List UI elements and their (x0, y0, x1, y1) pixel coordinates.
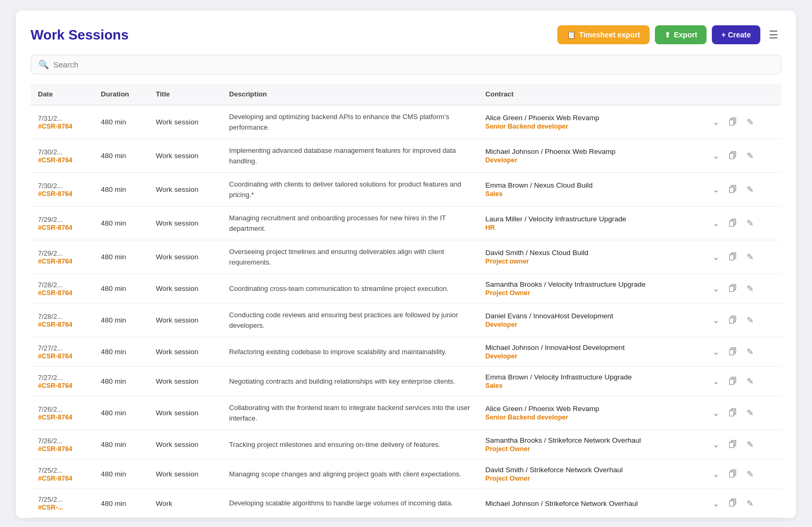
cell-date: 7/29/2... #CSR-8764 (31, 207, 93, 240)
expand-button[interactable]: ⌄ (709, 115, 722, 129)
date-id-link[interactable]: #CSR-8764 (38, 123, 72, 130)
date-id-link[interactable]: #CSR-8764 (38, 289, 72, 297)
copy-button[interactable]: 🗍 (726, 217, 740, 230)
cell-description: Conducting code reviews and ensuring bes… (222, 304, 478, 337)
col-actions (702, 84, 781, 105)
contract-name: Samantha Brooks / Velocity Infrastructur… (486, 280, 694, 288)
date-id-link[interactable]: #CSR-8764 (38, 414, 72, 421)
col-contract: Contract (478, 84, 702, 105)
date-text: 7/30/2... (38, 148, 86, 156)
copy-button[interactable]: 🗍 (726, 250, 740, 264)
cell-title: Work session (149, 460, 222, 489)
edit-button[interactable]: ✎ (743, 374, 757, 388)
edit-button[interactable]: ✎ (743, 496, 757, 511)
date-id-link[interactable]: #CSR-... (38, 504, 63, 511)
expand-button[interactable]: ⌄ (709, 281, 722, 296)
cell-actions: ⌄ 🗍 ✎ (702, 396, 781, 430)
date-id-link[interactable]: #CSR-8764 (38, 475, 72, 482)
contract-name: David Smith / Strikeforce Network Overha… (486, 466, 694, 474)
cell-date: 7/30/2... #CSR-8764 (31, 139, 93, 173)
page-title: Work Sessions (31, 27, 129, 43)
expand-button[interactable]: ⌄ (709, 467, 722, 481)
expand-button[interactable]: ⌄ (709, 250, 722, 264)
expand-button[interactable]: ⌄ (709, 406, 722, 420)
copy-button[interactable]: 🗍 (726, 183, 740, 197)
date-id-link[interactable]: #CSR-8764 (38, 445, 72, 453)
expand-button[interactable]: ⌄ (709, 313, 722, 327)
table-row: 7/31/2... #CSR-8764 480 min Work session… (31, 105, 781, 139)
edit-button[interactable]: ✎ (743, 250, 757, 264)
date-id-link[interactable]: #CSR-8764 (38, 157, 72, 164)
cell-contract: Laura Miller / Velocity Infrastructure U… (478, 207, 702, 240)
contract-role: Project Owner (486, 289, 694, 297)
edit-button[interactable]: ✎ (743, 406, 757, 420)
copy-button[interactable]: 🗍 (726, 282, 740, 296)
date-id-link[interactable]: #CSR-8764 (38, 382, 72, 389)
cell-actions: ⌄ 🗍 ✎ (702, 105, 781, 139)
cell-title: Work session (149, 207, 222, 240)
expand-button[interactable]: ⌄ (709, 182, 722, 197)
copy-button[interactable]: 🗍 (726, 115, 740, 129)
col-description: Description (222, 84, 478, 105)
date-id-link[interactable]: #CSR-8764 (38, 321, 72, 328)
table-row: 7/25/2... #CSR-8764 480 min Work session… (31, 460, 781, 489)
table-row: 7/30/2... #CSR-8764 480 min Work session… (31, 139, 781, 173)
cell-actions: ⌄ 🗍 ✎ (702, 489, 781, 518)
contract-role: Sales (486, 190, 694, 198)
copy-button[interactable]: 🗍 (726, 314, 740, 327)
table-row: 7/27/2... #CSR-8764 480 min Work session… (31, 337, 781, 367)
cell-actions: ⌄ 🗍 ✎ (702, 240, 781, 274)
edit-button[interactable]: ✎ (743, 149, 757, 163)
cell-duration: 480 min (93, 105, 148, 139)
export-button[interactable]: ⬆ Export (655, 25, 707, 44)
edit-button[interactable]: ✎ (743, 437, 757, 452)
expand-button[interactable]: ⌄ (709, 437, 722, 452)
copy-button[interactable]: 🗍 (726, 496, 740, 510)
cell-actions: ⌄ 🗍 ✎ (702, 430, 781, 460)
cell-title: Work session (149, 396, 222, 430)
edit-button[interactable]: ✎ (743, 115, 757, 129)
timesheet-export-button[interactable]: 📋 Timesheet export (557, 25, 650, 44)
cell-date: 7/26/2... #CSR-8764 (31, 430, 93, 460)
copy-button[interactable]: 🗍 (726, 438, 740, 452)
create-button[interactable]: + Create (712, 25, 760, 44)
expand-button[interactable]: ⌄ (709, 496, 722, 511)
table-header: Date Duration Title Description Contract (31, 84, 781, 105)
filter-button[interactable]: ☰ (766, 25, 781, 44)
search-input[interactable] (53, 60, 774, 69)
date-id-link[interactable]: #CSR-8764 (38, 258, 72, 265)
date-id-link[interactable]: #CSR-8764 (38, 224, 72, 231)
expand-button[interactable]: ⌄ (709, 374, 722, 388)
date-id-link[interactable]: #CSR-8764 (38, 190, 72, 198)
expand-button[interactable]: ⌄ (709, 345, 722, 359)
action-buttons: ⌄ 🗍 ✎ (709, 345, 774, 359)
expand-button[interactable]: ⌄ (709, 216, 722, 230)
action-buttons: ⌄ 🗍 ✎ (709, 281, 774, 296)
copy-button[interactable]: 🗍 (726, 467, 740, 481)
edit-button[interactable]: ✎ (743, 182, 757, 197)
action-buttons: ⌄ 🗍 ✎ (709, 406, 774, 420)
contract-role: Developer (486, 353, 694, 360)
date-id-link[interactable]: #CSR-8764 (38, 353, 72, 360)
expand-button[interactable]: ⌄ (709, 149, 722, 163)
edit-button[interactable]: ✎ (743, 313, 757, 327)
cell-actions: ⌄ 🗍 ✎ (702, 139, 781, 173)
copy-button[interactable]: 🗍 (726, 345, 740, 359)
table-row: 7/29/2... #CSR-8764 480 min Work session… (31, 207, 781, 240)
table-wrapper: Date Duration Title Description Contract… (31, 84, 781, 518)
copy-button[interactable]: 🗍 (726, 406, 740, 420)
copy-button[interactable]: 🗍 (726, 375, 740, 388)
cell-title: Work session (149, 430, 222, 460)
edit-button[interactable]: ✎ (743, 216, 757, 230)
copy-button[interactable]: 🗍 (726, 149, 740, 163)
edit-button[interactable]: ✎ (743, 345, 757, 359)
cell-date: 7/30/2... #CSR-8764 (31, 173, 93, 207)
cell-description: Negotiating contracts and building relat… (222, 367, 478, 396)
edit-button[interactable]: ✎ (743, 467, 757, 481)
date-text: 7/25/2... (38, 495, 86, 503)
action-buttons: ⌄ 🗍 ✎ (709, 250, 774, 264)
date-text: 7/31/2... (38, 114, 86, 122)
edit-button[interactable]: ✎ (743, 281, 757, 296)
cell-description: Collaborating with the frontend team to … (222, 396, 478, 430)
contract-role: Developer (486, 157, 694, 164)
